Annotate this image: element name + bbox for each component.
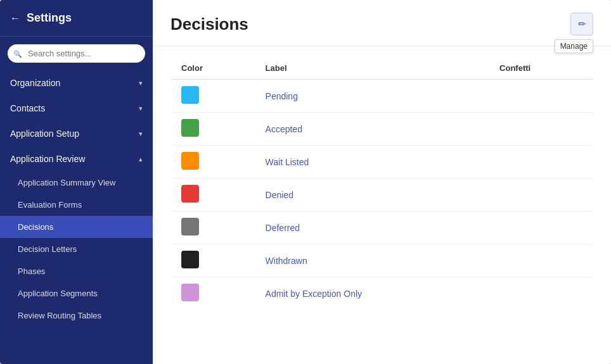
color-cell <box>171 179 255 211</box>
sidebar-item-application-review[interactable]: Application Review ▴ <box>0 146 153 172</box>
confetti-cell <box>489 179 593 211</box>
color-cell <box>171 244 255 277</box>
confetti-cell <box>489 80 593 113</box>
manage-tooltip: Manage <box>555 39 593 53</box>
sidebar-item-evaluation-forms[interactable]: Evaluation Forms <box>0 194 153 216</box>
decisions-table: Color Label Confetti PendingAcceptedWait… <box>170 56 593 310</box>
main-header: Decisions ✏ Manage <box>153 0 611 46</box>
color-cell <box>171 146 255 179</box>
chevron-down-icon: ▾ <box>139 130 143 138</box>
chevron-up-icon: ▴ <box>139 155 143 163</box>
edit-icon: ✏ <box>578 18 586 30</box>
confetti-cell <box>489 146 593 179</box>
confetti-cell <box>489 113 593 146</box>
confetti-cell <box>489 277 593 310</box>
manage-button-wrapper: ✏ Manage <box>570 13 593 35</box>
label-cell: Pending <box>255 80 489 113</box>
nav-group: Organization ▾ Contacts ▾ Application Se… <box>0 70 153 327</box>
label-cell: Deferred <box>255 211 489 244</box>
table-row: Deferred <box>171 211 593 244</box>
sidebar-item-decision-letters[interactable]: Decision Letters <box>0 238 153 260</box>
col-header-color: Color <box>171 57 255 80</box>
sidebar-item-application-summary-view[interactable]: Application Summary View <box>0 172 153 194</box>
sidebar: ← Settings Organization ▾ Contacts ▾ App… <box>0 0 153 364</box>
table-row: Denied <box>171 179 593 211</box>
label-cell: Admit by Exception Only <box>255 277 489 310</box>
color-cell <box>171 80 255 113</box>
back-icon[interactable]: ← <box>10 13 20 24</box>
sidebar-search-wrapper <box>0 37 153 70</box>
color-swatch <box>181 284 199 301</box>
color-swatch <box>181 119 199 137</box>
table-body: PendingAcceptedWait ListedDeniedDeferred… <box>171 80 593 310</box>
table-row: Withdrawn <box>171 244 593 277</box>
sidebar-item-decisions[interactable]: Decisions <box>0 216 153 238</box>
sidebar-item-phases[interactable]: Phases <box>0 260 153 282</box>
col-header-label: Label <box>255 57 489 80</box>
label-cell: Withdrawn <box>255 244 489 277</box>
sidebar-item-application-segments[interactable]: Application Segments <box>0 282 153 304</box>
table-row: Admit by Exception Only <box>171 277 593 310</box>
page-title: Decisions <box>170 15 248 34</box>
label-cell: Denied <box>255 179 489 211</box>
color-cell <box>171 277 255 310</box>
table-header: Color Label Confetti <box>171 57 593 80</box>
table-row: Accepted <box>171 113 593 146</box>
chevron-down-icon: ▾ <box>139 79 143 87</box>
decisions-table-container: Color Label Confetti PendingAcceptedWait… <box>153 46 611 364</box>
col-header-confetti: Confetti <box>489 57 593 80</box>
app-container: ← Settings Organization ▾ Contacts ▾ App… <box>0 0 611 364</box>
color-cell <box>171 211 255 244</box>
table-row: Pending <box>171 80 593 113</box>
color-swatch <box>181 152 199 170</box>
color-swatch <box>181 251 199 268</box>
sidebar-title: Settings <box>27 11 72 25</box>
main-content: Decisions ✏ Manage Color Label Confetti <box>153 0 611 364</box>
color-swatch <box>181 185 199 203</box>
confetti-cell <box>489 211 593 244</box>
sidebar-header: ← Settings <box>0 0 153 37</box>
sidebar-item-review-routing-tables[interactable]: Review Routing Tables <box>0 304 153 327</box>
sidebar-item-organization[interactable]: Organization ▾ <box>0 70 153 96</box>
sidebar-item-contacts[interactable]: Contacts ▾ <box>0 96 153 121</box>
confetti-cell <box>489 244 593 277</box>
search-input[interactable] <box>8 44 145 63</box>
color-swatch <box>181 86 199 104</box>
color-cell <box>171 113 255 146</box>
color-swatch <box>181 218 199 235</box>
manage-button[interactable]: ✏ <box>570 13 593 35</box>
sidebar-item-application-setup[interactable]: Application Setup ▾ <box>0 121 153 146</box>
chevron-down-icon: ▾ <box>139 104 143 113</box>
label-cell: Wait Listed <box>255 146 489 179</box>
table-row: Wait Listed <box>171 146 593 179</box>
label-cell: Accepted <box>255 113 489 146</box>
